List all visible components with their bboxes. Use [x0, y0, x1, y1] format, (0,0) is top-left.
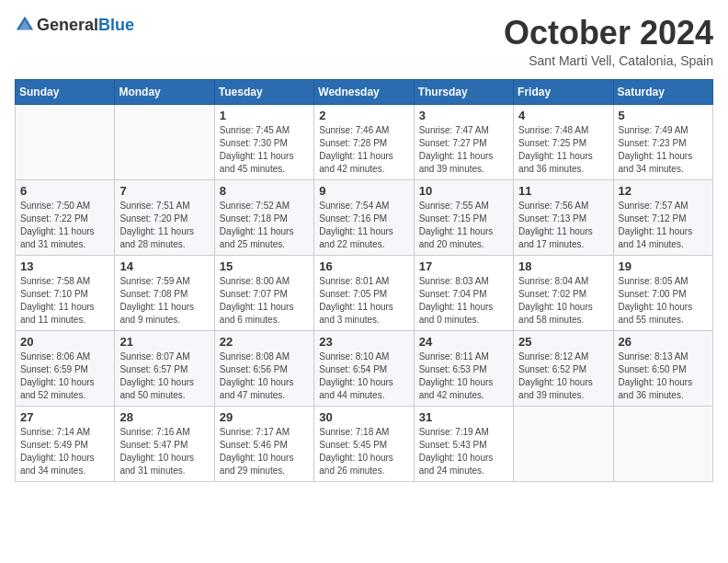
month-title: October 2024: [504, 15, 713, 52]
table-row: 28 Sunrise: 7:16 AM Sunset: 5:47 PM Dayl…: [115, 406, 214, 481]
sunset-text: Sunset: 6:56 PM: [220, 364, 288, 374]
day-detail: Sunrise: 7:48 AM Sunset: 7:25 PM Dayligh…: [518, 124, 608, 176]
sunset-text: Sunset: 7:23 PM: [619, 138, 687, 148]
sunrise-text: Sunrise: 8:13 AM: [619, 351, 688, 362]
sunset-text: Sunset: 7:30 PM: [220, 138, 288, 148]
sunrise-text: Sunrise: 8:08 AM: [220, 351, 290, 362]
day-number: 7: [119, 184, 209, 198]
daylight-text: Daylight: 10 hours and 47 minutes.: [220, 377, 294, 400]
header-tuesday: Tuesday: [214, 79, 313, 104]
table-row: 11 Sunrise: 7:56 AM Sunset: 7:13 PM Dayl…: [514, 179, 613, 255]
day-detail: Sunrise: 8:04 AM Sunset: 7:02 PM Dayligh…: [518, 275, 608, 327]
logo-blue-text: Blue: [98, 16, 134, 35]
sunset-text: Sunset: 7:08 PM: [119, 289, 188, 299]
day-detail: Sunrise: 7:14 AM Sunset: 5:49 PM Dayligh…: [20, 426, 109, 477]
table-row: 13 Sunrise: 7:58 AM Sunset: 7:10 PM Dayl…: [16, 255, 115, 330]
table-row: 22 Sunrise: 8:08 AM Sunset: 6:56 PM Dayl…: [214, 330, 313, 406]
day-number: 20: [20, 335, 109, 349]
sunrise-text: Sunrise: 8:05 AM: [619, 276, 688, 286]
table-row: 27 Sunrise: 7:14 AM Sunset: 5:49 PM Dayl…: [16, 406, 115, 481]
sunrise-text: Sunrise: 7:46 AM: [319, 125, 389, 135]
logo-icon: [15, 15, 35, 35]
sunset-text: Sunset: 7:10 PM: [20, 289, 88, 299]
daylight-text: Daylight: 11 hours and 45 minutes.: [220, 151, 294, 174]
day-detail: Sunrise: 7:52 AM Sunset: 7:18 PM Dayligh…: [220, 200, 309, 251]
sunset-text: Sunset: 7:05 PM: [319, 289, 387, 299]
day-detail: Sunrise: 7:18 AM Sunset: 5:45 PM Dayligh…: [319, 426, 408, 477]
header-monday: Monday: [115, 79, 214, 104]
table-row: 12 Sunrise: 7:57 AM Sunset: 7:12 PM Dayl…: [613, 179, 712, 255]
table-row: 29 Sunrise: 7:17 AM Sunset: 5:46 PM Dayl…: [214, 406, 313, 481]
day-number: 17: [419, 259, 508, 273]
sunrise-text: Sunrise: 7:56 AM: [518, 201, 588, 211]
table-row: [115, 104, 214, 179]
sunset-text: Sunset: 6:59 PM: [20, 364, 88, 374]
sunset-text: Sunset: 7:07 PM: [220, 289, 288, 299]
sunrise-text: Sunrise: 7:18 AM: [319, 427, 389, 437]
day-detail: Sunrise: 7:19 AM Sunset: 5:43 PM Dayligh…: [419, 426, 508, 477]
day-detail: Sunrise: 8:07 AM Sunset: 6:57 PM Dayligh…: [119, 350, 209, 402]
daylight-text: Daylight: 10 hours and 31 minutes.: [119, 453, 194, 476]
table-row: 3 Sunrise: 7:47 AM Sunset: 7:27 PM Dayli…: [414, 104, 513, 179]
daylight-text: Daylight: 11 hours and 17 minutes.: [518, 226, 593, 249]
daylight-text: Daylight: 10 hours and 34 minutes.: [20, 453, 95, 476]
day-number: 8: [220, 184, 309, 198]
sunset-text: Sunset: 6:54 PM: [319, 364, 387, 374]
sunset-text: Sunset: 6:50 PM: [619, 364, 687, 374]
sunset-text: Sunset: 5:47 PM: [119, 440, 188, 450]
day-number: 30: [319, 410, 408, 424]
table-row: 30 Sunrise: 7:18 AM Sunset: 5:45 PM Dayl…: [314, 406, 414, 481]
day-number: 25: [518, 335, 608, 349]
table-row: 2 Sunrise: 7:46 AM Sunset: 7:28 PM Dayli…: [314, 104, 414, 179]
day-detail: Sunrise: 7:59 AM Sunset: 7:08 PM Dayligh…: [119, 275, 209, 327]
sunrise-text: Sunrise: 7:54 AM: [319, 201, 389, 211]
day-detail: Sunrise: 8:05 AM Sunset: 7:00 PM Dayligh…: [619, 275, 708, 327]
daylight-text: Daylight: 10 hours and 44 minutes.: [319, 377, 393, 400]
day-detail: Sunrise: 7:57 AM Sunset: 7:12 PM Dayligh…: [619, 200, 708, 251]
daylight-text: Daylight: 10 hours and 26 minutes.: [319, 453, 393, 476]
day-number: 5: [619, 109, 708, 122]
daylight-text: Daylight: 11 hours and 31 minutes.: [20, 226, 95, 249]
day-detail: Sunrise: 7:46 AM Sunset: 7:28 PM Dayligh…: [319, 124, 408, 176]
daylight-text: Daylight: 11 hours and 36 minutes.: [518, 151, 593, 174]
day-number: 23: [319, 335, 408, 349]
header-sunday: Sunday: [16, 79, 115, 104]
location-title: Sant Marti Vell, Catalonia, Spain: [504, 53, 713, 68]
day-number: 26: [619, 335, 708, 349]
table-row: 25 Sunrise: 8:12 AM Sunset: 6:52 PM Dayl…: [514, 330, 613, 406]
table-row: 9 Sunrise: 7:54 AM Sunset: 7:16 PM Dayli…: [314, 179, 414, 255]
table-row: 14 Sunrise: 7:59 AM Sunset: 7:08 PM Dayl…: [115, 255, 214, 330]
day-number: 3: [419, 109, 508, 122]
sunrise-text: Sunrise: 7:49 AM: [619, 125, 688, 135]
daylight-text: Daylight: 10 hours and 42 minutes.: [419, 377, 494, 400]
sunset-text: Sunset: 7:00 PM: [619, 289, 687, 299]
table-row: 17 Sunrise: 8:03 AM Sunset: 7:04 PM Dayl…: [414, 255, 513, 330]
daylight-text: Daylight: 10 hours and 58 minutes.: [518, 302, 593, 325]
sunset-text: Sunset: 7:27 PM: [419, 138, 487, 148]
sunset-text: Sunset: 7:18 PM: [220, 213, 288, 224]
calendar-week-2: 6 Sunrise: 7:50 AM Sunset: 7:22 PM Dayli…: [16, 179, 713, 255]
day-number: 1: [220, 109, 309, 122]
table-row: 24 Sunrise: 8:11 AM Sunset: 6:53 PM Dayl…: [414, 330, 513, 406]
sunrise-text: Sunrise: 7:52 AM: [220, 201, 290, 211]
day-detail: Sunrise: 8:11 AM Sunset: 6:53 PM Dayligh…: [419, 350, 508, 402]
sunset-text: Sunset: 5:49 PM: [20, 440, 88, 450]
sunset-text: Sunset: 6:57 PM: [119, 364, 188, 374]
day-number: 22: [220, 335, 309, 349]
calendar-header-row: Sunday Monday Tuesday Wednesday Thursday…: [16, 79, 713, 104]
table-row: 31 Sunrise: 7:19 AM Sunset: 5:43 PM Dayl…: [414, 406, 513, 481]
table-row: [613, 406, 712, 481]
day-number: 15: [220, 259, 309, 273]
sunrise-text: Sunrise: 8:10 AM: [319, 351, 389, 362]
sunset-text: Sunset: 7:15 PM: [419, 213, 487, 224]
calendar-week-3: 13 Sunrise: 7:58 AM Sunset: 7:10 PM Dayl…: [16, 255, 713, 330]
calendar-week-4: 20 Sunrise: 8:06 AM Sunset: 6:59 PM Dayl…: [16, 330, 713, 406]
table-row: 1 Sunrise: 7:45 AM Sunset: 7:30 PM Dayli…: [214, 104, 313, 179]
sunrise-text: Sunrise: 7:51 AM: [119, 201, 189, 211]
sunrise-text: Sunrise: 8:06 AM: [20, 351, 90, 362]
page-header: GeneralBlue October 2024 Sant Marti Vell…: [15, 15, 713, 68]
sunrise-text: Sunrise: 7:47 AM: [419, 125, 489, 135]
sunrise-text: Sunrise: 8:03 AM: [419, 276, 489, 286]
header-friday: Friday: [514, 79, 613, 104]
sunrise-text: Sunrise: 7:14 AM: [20, 427, 90, 437]
